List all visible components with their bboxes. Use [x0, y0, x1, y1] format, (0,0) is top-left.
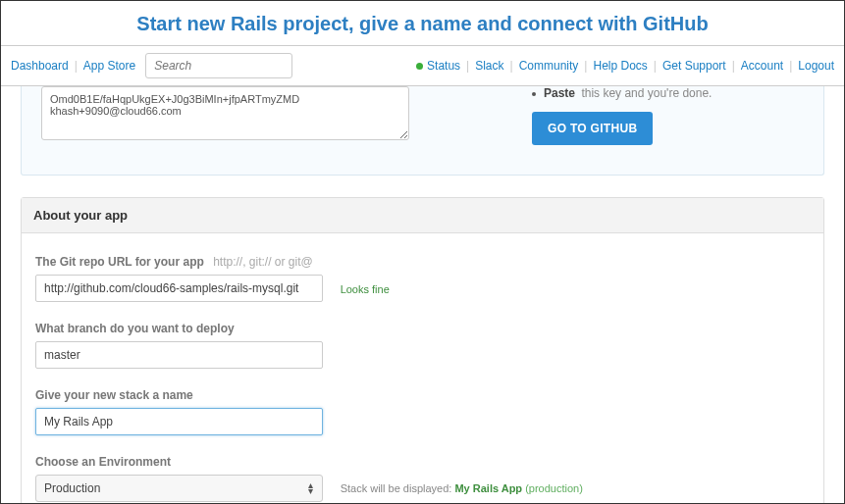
paste-instruction: Paste this key and you're done. [532, 86, 804, 100]
stack-name-input[interactable] [35, 408, 323, 435]
nav-status[interactable]: Status [427, 59, 460, 73]
environment-select[interactable]: Production [35, 475, 323, 502]
page-title: Start new Rails project, give a name and… [1, 13, 844, 35]
bullet-icon [532, 92, 536, 96]
nav-get-support[interactable]: Get Support [662, 59, 726, 73]
repo-url-label: The Git repo URL for your app http://, g… [35, 255, 810, 269]
top-nav: Dashboard | App Store Status | Slack | C… [1, 45, 844, 86]
nav-slack[interactable]: Slack [475, 59, 503, 73]
ssh-key-textarea[interactable] [41, 86, 409, 140]
environment-label: Choose an Environment [35, 455, 810, 469]
nav-dashboard[interactable]: Dashboard [11, 59, 69, 73]
status-indicator-icon [416, 63, 423, 70]
nav-app-store[interactable]: App Store [83, 59, 135, 73]
repo-url-input[interactable] [35, 275, 323, 302]
nav-logout[interactable]: Logout [798, 59, 834, 73]
nav-community[interactable]: Community [519, 59, 579, 73]
page-title-bar: Start new Rails project, give a name and… [1, 1, 844, 45]
go-to-github-button[interactable]: GO TO GITHUB [532, 112, 653, 145]
ssh-panel: Paste this key and you're done. GO TO GI… [21, 86, 824, 176]
repo-status-msg: Looks fine [341, 283, 390, 295]
about-heading: About your app [22, 198, 823, 233]
nav-help-docs[interactable]: Help Docs [593, 59, 647, 73]
about-app-panel: About your app The Git repo URL for your… [21, 197, 824, 503]
branch-input[interactable] [35, 341, 323, 369]
stack-name-label: Give your new stack a name [35, 388, 810, 402]
stack-display-preview: Stack will be displayed: My Rails App (p… [341, 482, 583, 494]
nav-account[interactable]: Account [741, 59, 783, 73]
search-input[interactable] [145, 53, 292, 78]
branch-label: What branch do you want to deploy [35, 322, 810, 335]
